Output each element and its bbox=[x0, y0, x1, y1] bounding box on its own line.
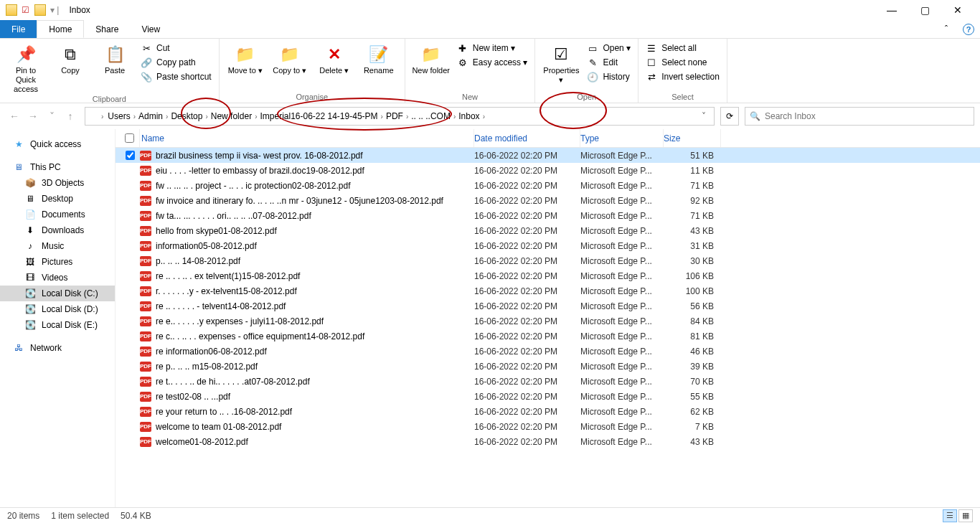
copy-path-button[interactable]: 🔗Copy path bbox=[139, 56, 213, 69]
forward-button[interactable]: → bbox=[24, 108, 42, 125]
large-icons-view-icon[interactable]: ▦ bbox=[958, 509, 973, 522]
file-row[interactable]: PDFfw .. ... .. . project - .. . . ic pr… bbox=[116, 178, 980, 193]
addressbar[interactable]: › Users›Admin›Desktop›New folder›Imperia… bbox=[85, 107, 715, 126]
titlebar: ☑ ▾ | Inbox — ▢ ✕ bbox=[0, 0, 980, 20]
file-date: 16-06-2022 02:20 PM bbox=[474, 301, 580, 311]
move-to-button[interactable]: 📁Move to ▾ bbox=[225, 40, 265, 75]
file-row[interactable]: PDFre .. . . . . . - telvent14-08-2012.p… bbox=[116, 298, 980, 314]
qat-properties-icon[interactable]: ☑ bbox=[19, 4, 32, 17]
sidebar-item[interactable]: 🖥Desktop bbox=[0, 191, 115, 207]
open-button[interactable]: ▭Open ▾ bbox=[585, 42, 632, 55]
sidebar-item[interactable]: 🖼Pictures bbox=[0, 254, 115, 270]
chevron-right-icon[interactable]: › bbox=[101, 113, 103, 121]
file-size: 92 KB bbox=[664, 196, 721, 206]
paste-button[interactable]: 📋 Paste bbox=[95, 40, 135, 75]
tab-file[interactable]: File bbox=[0, 20, 37, 38]
edit-button[interactable]: ✎Edit bbox=[585, 56, 632, 69]
file-row[interactable]: PDFinformation05-08-2012.pdf16-06-2022 0… bbox=[116, 238, 980, 253]
cut-button[interactable]: ✂Cut bbox=[139, 42, 213, 55]
easy-access-button[interactable]: ⚙Easy access ▾ bbox=[456, 56, 529, 69]
file-name: fw ta... ... . . . . . ori.. .. .. ..07-… bbox=[156, 211, 311, 221]
select-all-checkbox[interactable] bbox=[125, 133, 134, 143]
sidebar-this-pc[interactable]: 🖥This PC bbox=[0, 159, 115, 175]
tab-view[interactable]: View bbox=[130, 20, 171, 38]
refresh-button[interactable]: ⟳ bbox=[720, 107, 739, 126]
file-row[interactable]: PDFre .. . . .. . ex telvent(1)15-08-201… bbox=[116, 268, 980, 283]
file-row[interactable]: PDFp.. .. .. 14-08-2012.pdf16-06-2022 02… bbox=[116, 253, 980, 268]
pin-quick-access-button[interactable]: 📌 Pin to Quick access bbox=[6, 40, 46, 95]
file-row[interactable]: PDFre test02-08 .. ...pdf16-06-2022 02:2… bbox=[116, 389, 980, 404]
pdf-icon: PDF bbox=[140, 256, 151, 266]
tab-share[interactable]: Share bbox=[84, 20, 130, 38]
close-button[interactable]: ✕ bbox=[941, 0, 974, 20]
sidebar-quick-access[interactable]: ★Quick access bbox=[0, 136, 115, 152]
file-type: Microsoft Edge P... bbox=[580, 196, 664, 206]
sidebar-item[interactable]: 📦3D Objects bbox=[0, 175, 115, 191]
column-name[interactable]: Name bbox=[140, 129, 474, 147]
address-dropdown-icon[interactable]: ˅ bbox=[697, 111, 711, 121]
chevron-right-icon[interactable]: › bbox=[483, 113, 485, 121]
new-item-button[interactable]: ✚New item ▾ bbox=[456, 42, 529, 55]
select-none-button[interactable]: ☐Select none bbox=[644, 56, 721, 69]
properties-button[interactable]: ☑Properties ▾ bbox=[541, 40, 581, 85]
breadcrumb-item[interactable]: Admin bbox=[136, 111, 166, 121]
column-size[interactable]: Size bbox=[664, 129, 721, 147]
search-box[interactable]: 🔍 bbox=[745, 107, 974, 126]
copy-to-button[interactable]: 📁Copy to ▾ bbox=[270, 40, 310, 75]
search-input[interactable] bbox=[765, 111, 969, 121]
file-row[interactable]: PDFre c.. . .. . . expenses - office equ… bbox=[116, 329, 980, 344]
breadcrumb-item[interactable]: Users bbox=[105, 111, 133, 121]
file-row[interactable]: PDFre your return to .. . .16-08-2012.pd… bbox=[116, 404, 980, 419]
delete-button[interactable]: ✕Delete ▾ bbox=[314, 40, 354, 75]
row-checkbox[interactable] bbox=[126, 151, 135, 160]
sidebar-item[interactable]: ⬇Downloads bbox=[0, 222, 115, 238]
open-icon: ▭ bbox=[587, 42, 598, 54]
file-row[interactable]: PDFwelcome to team 01-08-2012.pdf16-06-2… bbox=[116, 419, 980, 434]
file-row[interactable]: PDFfw ta... ... . . . . . ori.. .. .. ..… bbox=[116, 208, 980, 223]
sidebar-item[interactable]: 📄Documents bbox=[0, 207, 115, 222]
pdf-icon: PDF bbox=[140, 151, 151, 161]
file-row[interactable]: PDFbrazil business temp ii visa- west pr… bbox=[116, 148, 980, 163]
sidebar-network[interactable]: 🖧Network bbox=[0, 340, 115, 356]
new-folder-button[interactable]: 📁New folder bbox=[411, 40, 451, 75]
minimize-button[interactable]: — bbox=[875, 0, 908, 20]
breadcrumb-item[interactable]: Imperial16-06-22 14-19-45-PM bbox=[257, 111, 380, 121]
recent-dropdown[interactable]: ˅ bbox=[43, 108, 60, 125]
sidebar-item[interactable]: 💽Local Disk (C:) bbox=[0, 286, 115, 301]
invert-selection-button[interactable]: ⇄Invert selection bbox=[644, 70, 721, 83]
file-row[interactable]: PDFre information06-08-2012.pdf16-06-202… bbox=[116, 344, 980, 359]
breadcrumb-item[interactable]: New folder bbox=[208, 111, 255, 121]
rename-button[interactable]: 📝Rename bbox=[359, 40, 399, 75]
copy-button[interactable]: ⧉ Copy bbox=[50, 40, 90, 75]
back-button[interactable]: ← bbox=[6, 108, 23, 125]
file-row[interactable]: PDFr. . . . . . .y - ex-telvent15-08-201… bbox=[116, 283, 980, 298]
file-row[interactable]: PDFfw invoice and itinerary fo. .. . .. … bbox=[116, 193, 980, 208]
file-row[interactable]: PDFre p.. .. .. m15-08-2012.pdf16-06-202… bbox=[116, 359, 980, 374]
details-view-icon[interactable]: ☰ bbox=[943, 509, 957, 522]
breadcrumb-item[interactable]: Desktop bbox=[168, 111, 205, 121]
tab-home[interactable]: Home bbox=[37, 20, 84, 38]
history-button[interactable]: 🕘History bbox=[585, 70, 632, 83]
file-row[interactable]: PDFre t.. . . . .. de hi.. . . . . .at07… bbox=[116, 374, 980, 389]
properties-icon: ☑ bbox=[550, 43, 573, 66]
select-all-button[interactable]: ☰Select all bbox=[644, 42, 721, 55]
breadcrumb-item[interactable]: .. .. ..COM bbox=[408, 111, 453, 121]
column-type[interactable]: Type bbox=[580, 129, 664, 147]
sidebar-item[interactable]: 💽Local Disk (D:) bbox=[0, 301, 115, 317]
help-icon[interactable]: ? bbox=[963, 24, 974, 35]
qat-divider: ▾ | bbox=[50, 5, 59, 15]
maximize-button[interactable]: ▢ bbox=[908, 0, 941, 20]
up-button[interactable]: ↑ bbox=[62, 108, 79, 125]
column-date[interactable]: Date modified bbox=[474, 129, 580, 147]
breadcrumb-item[interactable]: Inbox bbox=[456, 111, 482, 121]
sidebar-item[interactable]: ♪Music bbox=[0, 238, 115, 254]
paste-shortcut-button[interactable]: 📎Paste shortcut bbox=[139, 70, 213, 83]
sidebar-item[interactable]: 💽Local Disk (E:) bbox=[0, 317, 115, 333]
sidebar-item[interactable]: 🎞Videos bbox=[0, 270, 115, 286]
file-row[interactable]: PDFre e.. . . . . .y expenses - julyi11-… bbox=[116, 314, 980, 329]
file-row[interactable]: PDFeiu . . . . -letter to embassy of bra… bbox=[116, 163, 980, 178]
breadcrumb-item[interactable]: PDF bbox=[383, 111, 406, 121]
file-row[interactable]: PDFwelcome01-08-2012.pdf16-06-2022 02:20… bbox=[116, 434, 980, 449]
ribbon-collapse-icon[interactable]: ˆ bbox=[936, 20, 957, 38]
file-row[interactable]: PDFhello from skype01-08-2012.pdf16-06-2… bbox=[116, 223, 980, 238]
